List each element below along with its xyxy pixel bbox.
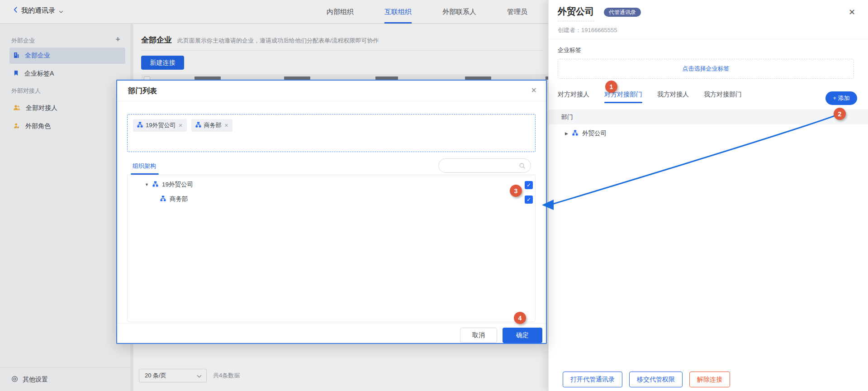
- transfer-permission-button[interactable]: 移交代管权限: [629, 372, 683, 387]
- tab-our-departments[interactable]: 我方对接部门: [704, 91, 742, 103]
- modal-header-divider: [117, 101, 546, 101]
- app-root: 我的通讯录 内部组织 互联组织 外部联系人 管理员 外部企业 + 全部企业 企业…: [0, 0, 868, 391]
- modal-title: 部门列表: [128, 86, 157, 96]
- confirm-button[interactable]: 确定: [503, 328, 542, 343]
- enterprise-name: 外贸公司: [558, 5, 594, 21]
- enterprise-tag-label: 企业标签: [558, 46, 581, 54]
- enterprise-tag-box: 点击选择企业标签: [558, 59, 854, 79]
- org-icon: [195, 122, 201, 129]
- modal-footer-divider: [117, 323, 546, 324]
- caret-right-icon[interactable]: ▶: [565, 131, 568, 136]
- org-tree-container: ▼ 19外贸公司 ✓ 商务部 ✓: [127, 175, 536, 322]
- selected-tag-label: 19外贸公司: [146, 121, 175, 129]
- tree-node-department[interactable]: 商务部: [160, 195, 188, 203]
- remove-tag-icon[interactable]: ✕: [224, 123, 228, 129]
- department-list-header: 部门: [549, 110, 868, 124]
- tab-our-contacts[interactable]: 我方对接人: [657, 91, 689, 103]
- disconnect-button[interactable]: 解除连接: [689, 372, 730, 387]
- tab-their-contacts[interactable]: 对方对接人: [558, 91, 589, 103]
- department-column-label: 部门: [561, 113, 573, 121]
- managed-directory-badge: 代管通讯录: [604, 8, 641, 17]
- selected-tag: 19外贸公司 ✕: [133, 119, 187, 132]
- tab-their-departments[interactable]: 对方对接部门: [604, 91, 642, 103]
- search-input[interactable]: [438, 158, 531, 173]
- selected-tag-label: 商务部: [204, 121, 222, 129]
- tree-node-company[interactable]: ▼ 19外贸公司: [145, 181, 193, 189]
- close-icon[interactable]: ✕: [849, 7, 855, 17]
- selected-tag: 商务部 ✕: [191, 119, 232, 132]
- drawer-tabs: 对方对接人 对方对接部门 我方对接人 我方对接部门: [558, 91, 742, 103]
- cancel-button[interactable]: 取消: [460, 328, 497, 343]
- remove-tag-icon[interactable]: ✕: [178, 123, 182, 129]
- select-tag-link[interactable]: 点击选择企业标签: [683, 65, 730, 73]
- tree-node-label: 外贸公司: [582, 129, 607, 138]
- tab-org-structure[interactable]: 组织架构: [133, 162, 156, 170]
- selected-departments-box[interactable]: 19外贸公司 ✕ 商务部 ✕: [127, 114, 536, 152]
- org-icon: [160, 196, 166, 203]
- org-icon: [152, 181, 158, 188]
- drawer-header: 外贸公司 代管通讯录: [558, 5, 641, 21]
- org-icon: [572, 130, 578, 137]
- checkbox-department[interactable]: ✓: [525, 196, 533, 204]
- enterprise-detail-drawer: 外贸公司 代管通讯录 ✕ 创建者：19166665555 企业标签 点击选择企业…: [548, 0, 868, 391]
- open-managed-directory-button[interactable]: 打开代管通讯录: [563, 372, 622, 387]
- drawer-divider: [549, 39, 868, 39]
- creator-info: 创建者：19166665555: [558, 26, 617, 34]
- caret-down-icon[interactable]: ▼: [145, 182, 149, 187]
- search-icon: [519, 162, 526, 169]
- org-icon: [137, 122, 143, 129]
- checkbox-company[interactable]: ✓: [525, 181, 533, 189]
- add-button[interactable]: + 添加: [825, 91, 857, 105]
- tree-node-company[interactable]: ▶ 外贸公司: [565, 129, 607, 138]
- close-icon[interactable]: ✕: [531, 86, 537, 95]
- tree-node-label: 19外贸公司: [162, 181, 193, 189]
- department-list-modal: 部门列表 ✕ 19外贸公司 ✕ 商务部 ✕ 组织架构 ▼ 19外贸公司: [116, 80, 547, 344]
- drawer-footer: 打开代管通讯录 移交代管权限 解除连接: [563, 372, 730, 387]
- tree-node-label: 商务部: [170, 195, 188, 203]
